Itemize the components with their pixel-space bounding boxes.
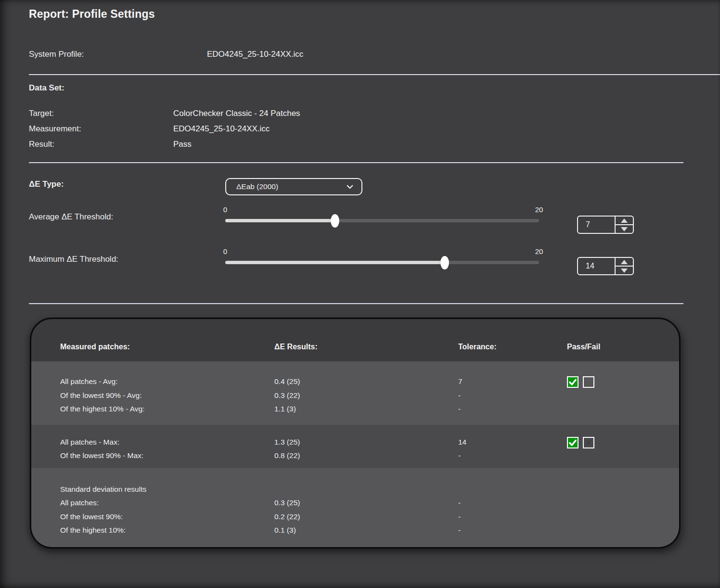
arrow-up-icon [621,260,628,264]
row-tolerance-value: - [458,451,461,460]
de-type-selected: ΔEab (2000) [226,182,346,191]
divider-top [29,74,720,75]
measurement-value: EDO4245_25-10-24XX.icc [173,124,270,134]
avg-threshold-label: Average ΔE Threshold: [29,212,113,222]
slider-max-label: 20 [535,247,543,256]
avg-threshold-slider[interactable]: 0 20 [225,205,539,234]
arrow-up-icon [621,218,628,223]
avg-threshold-value[interactable]: 7 [578,217,615,233]
row-group-stddev-background [31,468,679,549]
checkmark-icon [568,438,578,447]
fail-checkbox[interactable] [583,437,594,448]
system-profile-label: System Profile: [29,50,84,59]
x-mark-icon [585,439,592,447]
row-label: Of the lowest 90% - Max: [60,451,143,460]
de-type-label: ΔE Type: [29,179,64,189]
pass-checkbox[interactable] [567,437,579,448]
row-tolerance-value: 7 [458,377,463,386]
row-label: All patches: [60,499,99,507]
row-label: Of the lowest 90% - Avg: [60,391,141,400]
checkmark-icon [568,377,578,387]
slider-fill [225,261,445,264]
de-type-dropdown[interactable]: ΔEab (2000) [225,178,362,195]
row-de-value: 1.1 (3) [274,405,296,413]
row-de-value: 0.4 (25) [274,377,300,386]
row-de-value: 0.3 (25) [274,499,300,507]
row-label: All patches - Avg: [60,377,117,386]
column-header-de-results: ΔE Results: [274,343,318,351]
slider-thumb[interactable] [331,214,339,228]
slider-track[interactable] [225,261,539,264]
divider-dataset [29,162,683,163]
fail-checkbox[interactable] [583,376,594,388]
avg-spinner-down-button[interactable] [616,225,633,233]
system-profile-value: EDO4245_25-10-24XX.icc [207,50,303,59]
max-threshold-label: Maximum ΔE Threshold: [29,255,118,264]
results-panel: Measured patches: ΔE Results: Tolerance:… [30,318,681,549]
slider-fill [225,219,335,222]
target-value: ColorChecker Classic - 24 Patches [173,109,300,118]
column-header-pass-fail: Pass/Fail [567,343,600,351]
avg-spinner-up-button[interactable] [616,217,633,225]
max-spinner-up-button[interactable] [616,258,633,267]
pass-checkbox[interactable] [567,376,579,388]
row-tolerance-value: - [458,391,461,400]
divider-thresholds [29,303,683,304]
slider-track[interactable] [225,219,539,222]
column-header-measured: Measured patches: [60,343,130,351]
row-tolerance-value: - [458,512,461,521]
row-tolerance-value: 14 [458,438,466,447]
arrow-down-icon [621,268,628,273]
row-label: All patches - Max: [60,438,119,447]
result-label: Result: [29,140,54,149]
row-tolerance-value: - [458,405,461,413]
max-threshold-spinner: 14 [577,257,634,275]
slider-min-label: 0 [223,247,227,256]
measurement-label: Measurement: [29,124,81,134]
row-de-value: 0.8 (22) [274,451,300,460]
stddev-subheading: Standard deviation results [60,485,146,494]
avg-pass-fail-checkboxes [567,376,594,388]
row-label: Of the highest 10% - Avg: [60,405,145,413]
row-de-value: 0.2 (22) [274,512,300,521]
avg-threshold-spinner: 7 [577,216,634,234]
slider-max-label: 20 [535,205,543,214]
data-set-heading: Data Set: [29,83,64,93]
arrow-down-icon [621,227,628,231]
chevron-down-icon [346,182,354,191]
target-label: Target: [29,109,54,118]
max-pass-fail-checkboxes [567,437,594,448]
max-threshold-slider[interactable]: 0 20 [225,247,539,276]
row-de-value: 0.3 (22) [274,391,300,400]
row-label: Of the lowest 90%: [60,512,123,521]
row-de-value: 0.1 (3) [274,526,296,535]
result-value: Pass [173,140,192,149]
row-de-value: 1.3 (25) [274,438,300,447]
row-tolerance-value: - [458,526,461,535]
slider-thumb[interactable] [440,256,449,269]
column-header-tolerance: Tolerance: [458,343,497,351]
page-title: Report: Profile Settings [29,8,155,21]
row-label: Of the highest 10%: [60,526,126,535]
max-spinner-down-button[interactable] [616,267,633,274]
max-threshold-value[interactable]: 14 [578,258,615,274]
slider-min-label: 0 [223,205,227,214]
row-tolerance-value: - [458,499,461,507]
